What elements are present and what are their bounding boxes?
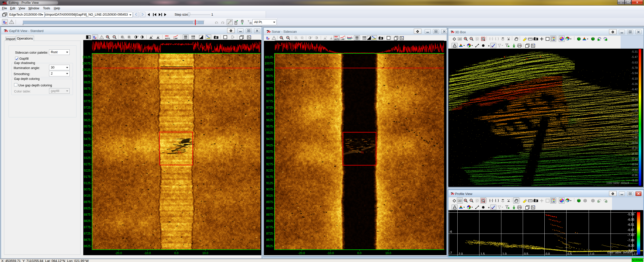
- svg-text:?: ?: [248, 20, 249, 23]
- svg-text:+: +: [311, 36, 313, 38]
- svg-text:+: +: [490, 200, 492, 202]
- svg-text:-: -: [130, 37, 131, 39]
- svg-text:+: +: [137, 35, 139, 38]
- svg-text:+: +: [152, 35, 153, 38]
- svg-text:+: +: [490, 38, 492, 40]
- svg-text:-: -: [144, 37, 144, 39]
- svg-text:-: -: [496, 200, 497, 202]
- svg-text:+: +: [297, 38, 298, 40]
- svg-text:2D: 2D: [458, 38, 461, 40]
- svg-text:AUTO: AUTO: [334, 38, 339, 40]
- svg-text:+: +: [326, 36, 327, 38]
- svg-text:-: -: [496, 38, 497, 40]
- svg-text:+: +: [123, 37, 125, 39]
- svg-text:-: -: [303, 38, 304, 40]
- svg-text:R: R: [266, 36, 268, 40]
- svg-text:-: -: [318, 38, 319, 40]
- svg-text:R: R: [3, 20, 6, 24]
- svg-text:LAM: LAM: [174, 38, 177, 39]
- svg-text:2D: 2D: [458, 200, 461, 202]
- svg-text:-: -: [159, 35, 159, 38]
- svg-text:R: R: [93, 35, 95, 39]
- svg-text:AUTO: AUTO: [165, 38, 170, 39]
- svg-text:LAM: LAM: [341, 38, 344, 40]
- svg-text:-: -: [332, 36, 333, 38]
